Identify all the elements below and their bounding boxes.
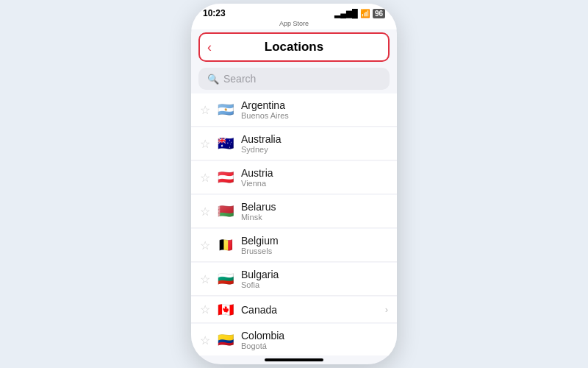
location-list: ☆ 🇦🇷 Argentina Buenos Aires ☆ 🇦🇺 Austral… [191, 93, 397, 355]
search-placeholder: Search [223, 73, 256, 85]
list-item[interactable]: ☆ 🇧🇬 Bulgaria Sofia [191, 263, 397, 296]
favorite-star-icon[interactable]: ☆ [200, 205, 210, 219]
chevron-right-icon: › [385, 304, 388, 315]
location-info: Colombia Bogotá [241, 330, 388, 350]
country-flag: 🇨🇦 [216, 303, 235, 316]
location-name: Canada [241, 304, 379, 316]
wifi-icon: 📶 [360, 9, 370, 18]
favorite-star-icon[interactable]: ☆ [200, 302, 210, 316]
list-item[interactable]: ☆ 🇧🇾 Belarus Minsk [191, 195, 397, 228]
location-city: Vienna [241, 179, 388, 188]
status-time: 10:23 [203, 8, 226, 18]
country-flag: 🇧🇬 [216, 272, 235, 286]
back-button[interactable]: ‹ [207, 40, 212, 55]
search-bar[interactable]: 🔍 Search [198, 68, 390, 90]
location-name: Australia [241, 133, 388, 145]
location-name: Belarus [241, 201, 388, 213]
location-name: Bulgaria [241, 269, 388, 280]
list-item[interactable]: ☆ 🇧🇪 Belgium Brussels [191, 229, 397, 262]
location-info: Australia Sydney [241, 133, 388, 154]
nav-bar: ‹ Locations [198, 32, 390, 62]
list-item[interactable]: ☆ 🇨🇴 Colombia Bogotá [191, 324, 397, 355]
location-city: Sofia [241, 280, 388, 289]
location-info: Canada [241, 304, 379, 316]
location-city: Minsk [241, 213, 388, 222]
list-item[interactable]: ☆ 🇦🇹 Austria Vienna [191, 161, 397, 194]
location-info: Bulgaria Sofia [241, 269, 388, 289]
list-item[interactable]: ☆ 🇦🇺 Australia Sydney [191, 127, 397, 160]
location-name: Austria [241, 167, 388, 179]
country-flag: 🇦🇹 [216, 171, 235, 184]
country-flag: 🇧🇪 [216, 238, 235, 252]
signal-icon: ▂▄▆█ [334, 9, 358, 18]
favorite-star-icon[interactable]: ☆ [200, 272, 210, 286]
search-icon: 🔍 [207, 74, 219, 85]
location-info: Austria Vienna [241, 167, 388, 188]
status-icons: ▂▄▆█ 📶 96 [334, 9, 385, 18]
phone-frame: 10:23 ▂▄▆█ 📶 96 App Store ‹ Locations 🔍 … [191, 4, 397, 364]
nav-title: Locations [265, 40, 323, 54]
location-city: Brussels [241, 247, 388, 255]
country-flag: 🇦🇷 [216, 103, 235, 116]
country-flag: 🇨🇴 [216, 333, 235, 347]
location-name: Colombia [241, 330, 388, 342]
location-name: Argentina [241, 99, 388, 111]
location-info: Belarus Minsk [241, 201, 388, 222]
location-info: Argentina Buenos Aires [241, 99, 388, 120]
status-bar: 10:23 ▂▄▆█ 📶 96 [191, 4, 397, 20]
favorite-star-icon[interactable]: ☆ [200, 333, 210, 347]
country-flag: 🇧🇾 [216, 205, 235, 218]
location-city: Buenos Aires [241, 111, 388, 120]
favorite-star-icon[interactable]: ☆ [200, 238, 210, 252]
favorite-star-icon[interactable]: ☆ [200, 171, 210, 185]
favorite-star-icon[interactable]: ☆ [200, 137, 210, 151]
location-info: Belgium Brussels [241, 235, 388, 255]
home-indicator [265, 358, 323, 361]
country-flag: 🇦🇺 [216, 137, 235, 150]
location-name: Belgium [241, 235, 388, 247]
app-store-label: App Store [191, 20, 397, 29]
location-city: Sydney [241, 145, 388, 154]
list-item[interactable]: ☆ 🇦🇷 Argentina Buenos Aires [191, 93, 397, 127]
favorite-star-icon[interactable]: ☆ [200, 103, 210, 117]
battery-icon: 96 [373, 9, 385, 18]
list-item[interactable]: ☆ 🇨🇦 Canada › [191, 297, 397, 323]
location-city: Bogotá [241, 342, 388, 350]
